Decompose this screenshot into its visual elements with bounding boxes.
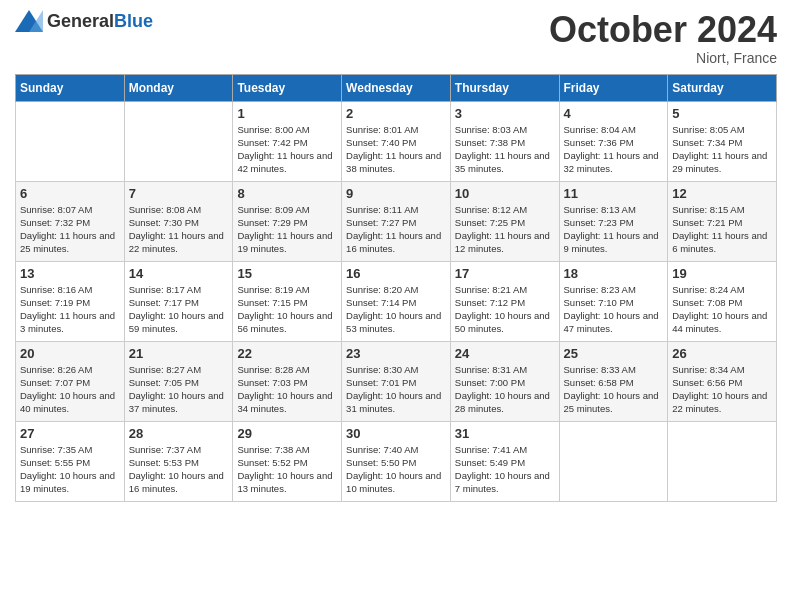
calendar-cell: 20Sunrise: 8:26 AM Sunset: 7:07 PM Dayli…: [16, 341, 125, 421]
day-number: 1: [237, 106, 337, 121]
calendar-cell: 2Sunrise: 8:01 AM Sunset: 7:40 PM Daylig…: [342, 101, 451, 181]
day-number: 11: [564, 186, 664, 201]
cell-content: Sunrise: 8:09 AM Sunset: 7:29 PM Dayligh…: [237, 203, 337, 256]
calendar-cell: 5Sunrise: 8:05 AM Sunset: 7:34 PM Daylig…: [668, 101, 777, 181]
cell-content: Sunrise: 8:12 AM Sunset: 7:25 PM Dayligh…: [455, 203, 555, 256]
day-number: 30: [346, 426, 446, 441]
cell-content: Sunrise: 8:15 AM Sunset: 7:21 PM Dayligh…: [672, 203, 772, 256]
day-number: 18: [564, 266, 664, 281]
cell-content: Sunrise: 8:17 AM Sunset: 7:17 PM Dayligh…: [129, 283, 229, 336]
day-number: 22: [237, 346, 337, 361]
logo-general: General: [47, 11, 114, 31]
calendar-cell: 23Sunrise: 8:30 AM Sunset: 7:01 PM Dayli…: [342, 341, 451, 421]
cell-content: Sunrise: 8:34 AM Sunset: 6:56 PM Dayligh…: [672, 363, 772, 416]
cell-content: Sunrise: 8:00 AM Sunset: 7:42 PM Dayligh…: [237, 123, 337, 176]
calendar-table: SundayMondayTuesdayWednesdayThursdayFrid…: [15, 74, 777, 502]
day-number: 12: [672, 186, 772, 201]
cell-content: Sunrise: 7:37 AM Sunset: 5:53 PM Dayligh…: [129, 443, 229, 496]
calendar-week-row: 27Sunrise: 7:35 AM Sunset: 5:55 PM Dayli…: [16, 421, 777, 501]
cell-content: Sunrise: 7:41 AM Sunset: 5:49 PM Dayligh…: [455, 443, 555, 496]
calendar-cell: 6Sunrise: 8:07 AM Sunset: 7:32 PM Daylig…: [16, 181, 125, 261]
day-number: 23: [346, 346, 446, 361]
location: Niort, France: [549, 50, 777, 66]
day-number: 20: [20, 346, 120, 361]
calendar-cell: 17Sunrise: 8:21 AM Sunset: 7:12 PM Dayli…: [450, 261, 559, 341]
cell-content: Sunrise: 8:27 AM Sunset: 7:05 PM Dayligh…: [129, 363, 229, 416]
cell-content: Sunrise: 8:03 AM Sunset: 7:38 PM Dayligh…: [455, 123, 555, 176]
calendar-week-row: 20Sunrise: 8:26 AM Sunset: 7:07 PM Dayli…: [16, 341, 777, 421]
day-number: 15: [237, 266, 337, 281]
calendar-cell: 30Sunrise: 7:40 AM Sunset: 5:50 PM Dayli…: [342, 421, 451, 501]
calendar-cell: 19Sunrise: 8:24 AM Sunset: 7:08 PM Dayli…: [668, 261, 777, 341]
cell-content: Sunrise: 7:35 AM Sunset: 5:55 PM Dayligh…: [20, 443, 120, 496]
cell-content: Sunrise: 8:33 AM Sunset: 6:58 PM Dayligh…: [564, 363, 664, 416]
calendar-cell: 4Sunrise: 8:04 AM Sunset: 7:36 PM Daylig…: [559, 101, 668, 181]
cell-content: Sunrise: 8:24 AM Sunset: 7:08 PM Dayligh…: [672, 283, 772, 336]
day-number: 7: [129, 186, 229, 201]
day-header-tuesday: Tuesday: [233, 74, 342, 101]
cell-content: Sunrise: 8:05 AM Sunset: 7:34 PM Dayligh…: [672, 123, 772, 176]
logo: GeneralBlue: [15, 10, 153, 32]
calendar-cell: [124, 101, 233, 181]
day-number: 19: [672, 266, 772, 281]
cell-content: Sunrise: 8:21 AM Sunset: 7:12 PM Dayligh…: [455, 283, 555, 336]
cell-content: Sunrise: 8:19 AM Sunset: 7:15 PM Dayligh…: [237, 283, 337, 336]
day-number: 9: [346, 186, 446, 201]
page-header: GeneralBlue October 2024 Niort, France: [15, 10, 777, 66]
calendar-cell: 22Sunrise: 8:28 AM Sunset: 7:03 PM Dayli…: [233, 341, 342, 421]
day-number: 27: [20, 426, 120, 441]
calendar-cell: [668, 421, 777, 501]
cell-content: Sunrise: 8:08 AM Sunset: 7:30 PM Dayligh…: [129, 203, 229, 256]
day-header-monday: Monday: [124, 74, 233, 101]
day-number: 5: [672, 106, 772, 121]
day-number: 6: [20, 186, 120, 201]
logo-icon: [15, 10, 43, 32]
day-number: 14: [129, 266, 229, 281]
cell-content: Sunrise: 8:30 AM Sunset: 7:01 PM Dayligh…: [346, 363, 446, 416]
calendar-cell: 21Sunrise: 8:27 AM Sunset: 7:05 PM Dayli…: [124, 341, 233, 421]
day-header-saturday: Saturday: [668, 74, 777, 101]
cell-content: Sunrise: 8:28 AM Sunset: 7:03 PM Dayligh…: [237, 363, 337, 416]
cell-content: Sunrise: 8:20 AM Sunset: 7:14 PM Dayligh…: [346, 283, 446, 336]
calendar-cell: 31Sunrise: 7:41 AM Sunset: 5:49 PM Dayli…: [450, 421, 559, 501]
calendar-cell: 18Sunrise: 8:23 AM Sunset: 7:10 PM Dayli…: [559, 261, 668, 341]
day-number: 29: [237, 426, 337, 441]
day-header-friday: Friday: [559, 74, 668, 101]
day-number: 17: [455, 266, 555, 281]
day-number: 10: [455, 186, 555, 201]
day-number: 2: [346, 106, 446, 121]
calendar-cell: 10Sunrise: 8:12 AM Sunset: 7:25 PM Dayli…: [450, 181, 559, 261]
month-title: October 2024: [549, 10, 777, 50]
calendar-cell: 14Sunrise: 8:17 AM Sunset: 7:17 PM Dayli…: [124, 261, 233, 341]
calendar-cell: 24Sunrise: 8:31 AM Sunset: 7:00 PM Dayli…: [450, 341, 559, 421]
calendar-cell: 28Sunrise: 7:37 AM Sunset: 5:53 PM Dayli…: [124, 421, 233, 501]
calendar-cell: 15Sunrise: 8:19 AM Sunset: 7:15 PM Dayli…: [233, 261, 342, 341]
calendar-cell: 26Sunrise: 8:34 AM Sunset: 6:56 PM Dayli…: [668, 341, 777, 421]
day-number: 21: [129, 346, 229, 361]
calendar-cell: 29Sunrise: 7:38 AM Sunset: 5:52 PM Dayli…: [233, 421, 342, 501]
calendar-week-row: 6Sunrise: 8:07 AM Sunset: 7:32 PM Daylig…: [16, 181, 777, 261]
day-number: 4: [564, 106, 664, 121]
day-number: 26: [672, 346, 772, 361]
logo-text: GeneralBlue: [47, 11, 153, 32]
day-number: 24: [455, 346, 555, 361]
calendar-cell: 13Sunrise: 8:16 AM Sunset: 7:19 PM Dayli…: [16, 261, 125, 341]
cell-content: Sunrise: 8:01 AM Sunset: 7:40 PM Dayligh…: [346, 123, 446, 176]
day-number: 25: [564, 346, 664, 361]
calendar-cell: 27Sunrise: 7:35 AM Sunset: 5:55 PM Dayli…: [16, 421, 125, 501]
calendar-cell: [16, 101, 125, 181]
cell-content: Sunrise: 8:13 AM Sunset: 7:23 PM Dayligh…: [564, 203, 664, 256]
cell-content: Sunrise: 8:16 AM Sunset: 7:19 PM Dayligh…: [20, 283, 120, 336]
cell-content: Sunrise: 8:04 AM Sunset: 7:36 PM Dayligh…: [564, 123, 664, 176]
calendar-cell: 1Sunrise: 8:00 AM Sunset: 7:42 PM Daylig…: [233, 101, 342, 181]
calendar-cell: 7Sunrise: 8:08 AM Sunset: 7:30 PM Daylig…: [124, 181, 233, 261]
calendar-cell: 9Sunrise: 8:11 AM Sunset: 7:27 PM Daylig…: [342, 181, 451, 261]
calendar-cell: [559, 421, 668, 501]
cell-content: Sunrise: 8:26 AM Sunset: 7:07 PM Dayligh…: [20, 363, 120, 416]
calendar-cell: 12Sunrise: 8:15 AM Sunset: 7:21 PM Dayli…: [668, 181, 777, 261]
calendar-header-row: SundayMondayTuesdayWednesdayThursdayFrid…: [16, 74, 777, 101]
day-header-thursday: Thursday: [450, 74, 559, 101]
cell-content: Sunrise: 8:23 AM Sunset: 7:10 PM Dayligh…: [564, 283, 664, 336]
cell-content: Sunrise: 8:31 AM Sunset: 7:00 PM Dayligh…: [455, 363, 555, 416]
cell-content: Sunrise: 7:38 AM Sunset: 5:52 PM Dayligh…: [237, 443, 337, 496]
